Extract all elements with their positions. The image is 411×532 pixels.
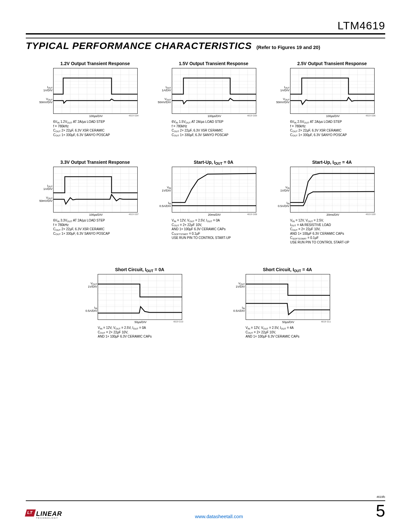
oscilloscope-plot <box>53 167 138 212</box>
chart-caption: 6VIN 2.5VOUT AT 2A/µs LOAD STEPf = 780kH… <box>290 120 376 137</box>
y-axis-label-2: VOUT50mV/DIV <box>152 98 171 104</box>
graph-id: 4619 G05 <box>247 114 257 117</box>
y-axis-label-1: IOUT1A/DIV <box>33 184 53 191</box>
oscilloscope-plot <box>172 167 256 212</box>
oscilloscope-plot <box>290 68 375 114</box>
lt-badge-icon <box>25 509 36 517</box>
oscilloscope-plot <box>290 167 375 212</box>
section-header: TYPICAL PERFORMANCE CHARACTERISTICS (Ref… <box>26 38 385 51</box>
graph-id: 4619 G08 <box>247 213 257 215</box>
y-axis-label-1: VIN1V/DIV <box>270 186 289 192</box>
y-axis-label-1: VOUT1V/DIV <box>78 282 97 289</box>
section-subtitle: (Refer to Figures 19 and 20) <box>257 44 320 50</box>
section-title: TYPICAL PERFORMANCE CHARACTERISTICS <box>26 40 252 51</box>
chart-block: Short Circuit, IOUT = 4A VOUT1V/DIV IIN0… <box>228 267 331 339</box>
page-number: 5 <box>376 502 385 519</box>
graph-id: 4619 G06 <box>366 114 376 117</box>
chart-title: Start-Up, IOUT = 4A <box>289 160 376 165</box>
chart-title: Start-Up, IOUT = 0A <box>170 160 257 165</box>
x-axis-label: 50µs/DIV 4619 G11 <box>246 320 331 324</box>
y-axis-label-1: IOUT1A/DIV <box>270 86 289 92</box>
chart-title: 1.5V Output Transient Response <box>170 61 257 66</box>
y-axis-label-2: VOUT50mV/DIV <box>33 196 53 203</box>
y-axis-label-1: IOUT1A/DIV <box>33 86 53 92</box>
logo-subtext: TECHNOLOGY <box>36 517 62 519</box>
graph-id: 4619 G10 <box>173 320 183 323</box>
graph-id: 4619 G09 <box>366 213 376 215</box>
y-axis-label-1: IOUT1A/DIV <box>152 86 171 92</box>
chart-block: Start-Up, IOUT = 4A VIN1V/DIV IIN0.5A/DI… <box>272 160 376 244</box>
revision-code: 4619fc <box>377 495 385 498</box>
y-axis-label-2: IIN0.5A/DIV <box>78 306 97 313</box>
y-axis-label-1: VOUT1V/DIV <box>226 282 245 289</box>
logo-text: LINEAR <box>36 510 62 517</box>
chart-block: 2.5V Output Transient Response IOUT1A/DI… <box>272 61 376 137</box>
x-axis-label: 100µs/DIV 4619 G05 <box>172 114 257 118</box>
oscilloscope-plot <box>98 274 182 320</box>
oscilloscope-plot <box>172 68 256 114</box>
x-axis-label: 100µs/DIV 4619 G07 <box>53 213 139 216</box>
chart-caption: VIN = 12V, VOUT = 2.5V,IOUT = 4A RESISTI… <box>290 218 376 244</box>
chart-caption: 6VIN 3.3VOUT AT 2A/µs LOAD STEPf = 780kH… <box>53 218 139 236</box>
oscilloscope-plot <box>53 68 138 114</box>
chart-block: 1.2V Output Transient Response IOUT1A/DI… <box>35 61 139 137</box>
company-logo: LINEAR TECHNOLOGY <box>26 510 62 519</box>
graph-id: 4619 G11 <box>321 320 331 323</box>
chart-caption: 6VIN 1.5VOUT AT 2A/µs LOAD STEPf = 780kH… <box>172 120 257 137</box>
part-number: LTM4619 <box>26 19 385 34</box>
x-axis-label: 50µs/DIV 4619 G10 <box>98 320 183 324</box>
chart-block: Short Circuit, IOUT = 0A VOUT1V/DIV IIN0… <box>80 267 183 339</box>
oscilloscope-plot <box>246 274 330 320</box>
chart-block: 3.3V Output Transient Response IOUT1A/DI… <box>35 160 139 244</box>
x-axis-label: 20ms/DIV 4619 G09 <box>290 213 376 216</box>
chart-title: Short Circuit, IOUT = 4A <box>244 267 331 272</box>
chart-caption: VIN = 12V, VOUT = 2.5V, IOUT = 0ACOUT = … <box>98 326 183 339</box>
chart-caption: 6VIN 1.2VOUT AT 2A/µs LOAD STEPf = 780kH… <box>53 120 139 137</box>
footer-link: www.datasheetall.com <box>195 514 243 519</box>
x-axis-label: 20ms/DIV 4619 G08 <box>172 213 257 216</box>
y-axis-label-2: VOUT50mV/DIV <box>33 98 53 104</box>
chart-block: Start-Up, IOUT = 0A VIN1V/DIV IIN0.5A/DI… <box>154 160 257 244</box>
y-axis-label-2: IIN0.5A/DIV <box>226 306 245 313</box>
chart-title: 2.5V Output Transient Response <box>289 61 376 66</box>
y-axis-label-2: IIN0.5A/DIV <box>270 202 289 208</box>
chart-block: 1.5V Output Transient Response IOUT1A/DI… <box>154 61 257 137</box>
chart-grid: 1.2V Output Transient Response IOUT1A/DI… <box>26 61 385 361</box>
footer: 4619fc LINEAR TECHNOLOGY www.datasheetal… <box>26 500 385 519</box>
x-axis-label: 100µs/DIV 4619 G06 <box>290 114 376 118</box>
chart-caption: VIN = 12V, VOUT = 2.5V, IOUT = 4ACOUT = … <box>246 326 331 339</box>
chart-title: 3.3V Output Transient Response <box>52 160 139 165</box>
graph-id: 4619 G04 <box>129 114 139 117</box>
y-axis-label-2: IIN0.5A/DIV <box>152 202 171 208</box>
chart-title: Short Circuit, IOUT = 0A <box>96 267 183 272</box>
chart-caption: VIN = 12V, VOUT = 2.5V, IOUT = 0ACOUT = … <box>172 218 257 240</box>
chart-title: 1.2V Output Transient Response <box>52 61 139 66</box>
y-axis-label-1: VIN1V/DIV <box>152 186 171 192</box>
y-axis-label-2: VOUT50mV/DIV <box>270 98 289 104</box>
graph-id: 4619 G07 <box>129 213 139 215</box>
x-axis-label: 100µs/DIV 4619 G04 <box>53 114 139 118</box>
